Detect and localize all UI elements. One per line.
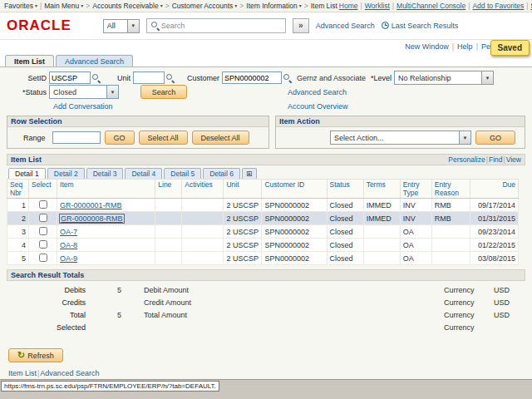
chevron-down-icon[interactable]: ▼ xyxy=(127,20,139,32)
row-checkbox[interactable] xyxy=(39,227,47,235)
activities-cell xyxy=(182,252,224,265)
tab-detail-2[interactable]: Detail 2 xyxy=(47,168,85,179)
totals-currency-label: Currency xyxy=(444,323,492,332)
totals-label: Total xyxy=(7,311,86,319)
item-link[interactable]: OA-8 xyxy=(60,241,77,249)
chevron-down-icon[interactable]: ▼ xyxy=(481,71,493,84)
deselect-all-button[interactable]: Deselect All xyxy=(192,131,249,145)
criteria-row-2: *Status Closed ▼ Search Advanced Search xyxy=(7,85,525,99)
grid-personalize-link[interactable]: Personalize xyxy=(448,155,485,164)
tab-detail-5[interactable]: Detail 5 xyxy=(164,168,201,179)
item-action-box: Item Action Select Action... ▼ GO xyxy=(275,116,525,149)
range-input[interactable] xyxy=(52,131,101,144)
item-link[interactable]: GR-0000008-RMB xyxy=(60,214,124,223)
setid-lookup-icon[interactable] xyxy=(92,74,101,82)
column-header-activities[interactable]: Activities xyxy=(182,180,224,199)
chevron-down-icon: ▾ xyxy=(234,3,237,8)
activities-cell xyxy=(182,239,224,252)
account-overview-link[interactable]: Account Overview xyxy=(288,102,348,111)
level-select[interactable]: No Relationship ▼ xyxy=(394,71,494,85)
clock-icon xyxy=(382,22,389,29)
application-window: Favorites▾|Main Menu▾>Accounts Receivabl… xyxy=(0,0,532,399)
column-header-entry-reason[interactable]: Entry Reason xyxy=(431,180,470,199)
utility-link-help[interactable]: Help xyxy=(457,42,473,51)
column-header-due[interactable]: Due xyxy=(470,180,518,199)
column-header-item[interactable]: Item xyxy=(57,180,155,199)
tab-detail-4[interactable]: Detail 4 xyxy=(125,168,162,179)
item-action-go-button[interactable]: GO xyxy=(475,131,515,145)
breadcrumb-item[interactable]: Item List xyxy=(311,2,337,10)
group-box-row: Row Selection Range GO Select All Desele… xyxy=(7,116,525,149)
add-conversation-link[interactable]: Add Conversation xyxy=(53,102,113,111)
select-all-button[interactable]: Select All xyxy=(139,131,188,145)
row-selection-box: Row Selection Range GO Select All Desele… xyxy=(7,116,269,149)
row-checkbox[interactable] xyxy=(39,214,47,222)
breadcrumb-item[interactable]: Accounts Receivable▾ xyxy=(92,2,162,10)
column-header-unit[interactable]: Unit xyxy=(224,180,262,199)
totals-amount-label: Debit Amount xyxy=(144,286,252,294)
totals-currency-label: Currency xyxy=(444,311,492,319)
row-checkbox[interactable] xyxy=(39,200,47,209)
tab-detail-1[interactable]: Detail 1 xyxy=(8,168,46,179)
show-all-columns-icon[interactable]: ⊞ xyxy=(242,168,257,179)
tab-item-list[interactable]: Item List xyxy=(5,55,54,66)
favorites-menu[interactable]: Favorites▾ xyxy=(4,2,37,10)
column-header-status[interactable]: Status xyxy=(327,180,363,199)
chevron-down-icon[interactable]: ▼ xyxy=(106,86,118,98)
column-header-customer-id[interactable]: Customer ID xyxy=(262,180,327,199)
last-search-results-link[interactable]: Last Search Results xyxy=(382,22,459,30)
customer-lookup-icon[interactable] xyxy=(283,74,292,82)
setid-input[interactable] xyxy=(49,71,91,84)
range-go-button[interactable]: GO xyxy=(105,131,135,145)
activities-cell xyxy=(182,225,224,239)
grid-find-link[interactable]: Find xyxy=(489,155,503,164)
utility-link-new-window[interactable]: New Window xyxy=(405,42,449,51)
refresh-icon: ↻ xyxy=(17,351,25,360)
item-link[interactable]: GR-0000001-RMB xyxy=(60,201,122,209)
search-scope-select[interactable]: All ▼ xyxy=(103,19,140,33)
status-url: https://fms-trn.ps.sc.edu/psp/FTRN/EMPLO… xyxy=(1,381,219,392)
advanced-search-link[interactable]: Advanced Search xyxy=(288,88,347,96)
row-checkbox[interactable] xyxy=(39,254,47,262)
column-header-entry-type[interactable]: Entry Type xyxy=(400,180,431,199)
unit-lookup-icon[interactable] xyxy=(166,74,175,82)
status-cell: Closed xyxy=(327,199,363,212)
column-header-seq-nbr[interactable]: Seq Nbr xyxy=(7,180,29,199)
footer-advanced-search-link[interactable]: Advanced Search xyxy=(40,369,99,377)
portal-link-home[interactable]: Home xyxy=(339,2,358,10)
breadcrumb-item[interactable]: Customer Accounts▾ xyxy=(172,2,238,10)
entry-reason-cell xyxy=(431,252,470,265)
refresh-button[interactable]: ↻ Refresh xyxy=(8,348,63,362)
column-header-terms[interactable]: Terms xyxy=(363,180,400,199)
global-search-input[interactable] xyxy=(161,22,283,30)
due-cell: 09/23/2014 xyxy=(470,225,518,239)
breadcrumb-item[interactable]: Main Menu▾ xyxy=(44,2,83,10)
chevron-down-icon[interactable]: ▼ xyxy=(459,131,470,144)
portal-link-multichannel-console[interactable]: MultiChannel Console xyxy=(397,2,466,10)
grid-view-link[interactable]: View xyxy=(506,155,521,164)
search-button[interactable]: Search xyxy=(140,85,187,99)
item-link[interactable]: OA-7 xyxy=(60,228,77,236)
tab-detail-3[interactable]: Detail 3 xyxy=(86,168,124,179)
portal-link-add-to-favorites[interactable]: Add to Favorites xyxy=(472,2,524,10)
select-cell xyxy=(29,212,57,225)
search-go-button[interactable]: » xyxy=(293,18,309,33)
due-cell: 03/08/2015 xyxy=(470,252,518,265)
tab-advanced-search[interactable]: Advanced Search xyxy=(56,55,133,66)
status-select[interactable]: Closed ▼ xyxy=(49,85,119,99)
totals-label: Selected xyxy=(7,323,86,332)
row-checkbox[interactable] xyxy=(39,240,47,249)
item-link[interactable]: OA-9 xyxy=(60,254,77,263)
advanced-search-header-link[interactable]: Advanced Search xyxy=(316,22,375,30)
customer-input[interactable] xyxy=(222,71,282,84)
item-action-select[interactable]: Select Action... ▼ xyxy=(330,131,471,145)
portal-link-worklist[interactable]: Worklist xyxy=(365,2,390,10)
terms-cell xyxy=(363,252,400,265)
tab-detail-6[interactable]: Detail 6 xyxy=(203,168,240,179)
totals-title: Search Result Totals xyxy=(11,271,84,279)
column-header-select[interactable]: Select xyxy=(29,180,57,199)
column-header-line[interactable]: Line xyxy=(155,180,182,199)
footer-item-list-link[interactable]: Item List xyxy=(8,369,37,377)
breadcrumb-item[interactable]: Item Information▾ xyxy=(246,2,301,10)
unit-input[interactable] xyxy=(133,71,165,84)
